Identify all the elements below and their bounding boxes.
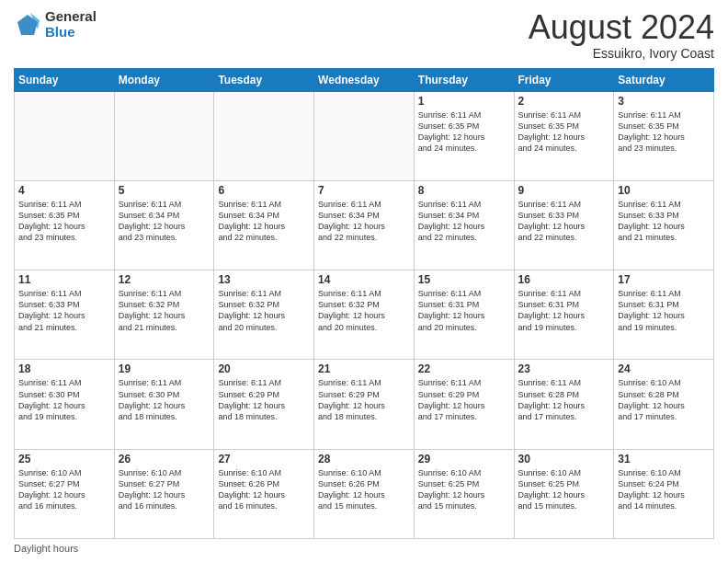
day-info: Sunrise: 6:11 AM Sunset: 6:31 PM Dayligh… — [418, 288, 510, 333]
calendar-cell: 31Sunrise: 6:10 AM Sunset: 6:24 PM Dayli… — [614, 449, 714, 538]
calendar-cell: 23Sunrise: 6:11 AM Sunset: 6:28 PM Dayli… — [514, 360, 614, 449]
calendar-cell: 14Sunrise: 6:11 AM Sunset: 6:32 PM Dayli… — [314, 270, 415, 360]
calendar-cell: 11Sunrise: 6:11 AM Sunset: 6:33 PM Dayli… — [15, 270, 115, 360]
day-info: Sunrise: 6:10 AM Sunset: 6:24 PM Dayligh… — [618, 467, 710, 512]
day-number: 7 — [318, 184, 410, 197]
day-header-friday: Friday — [514, 68, 614, 91]
calendar-cell: 24Sunrise: 6:10 AM Sunset: 6:28 PM Dayli… — [614, 360, 714, 449]
logo-general: General — [45, 9, 97, 25]
day-number: 30 — [518, 453, 610, 465]
calendar-cell: 22Sunrise: 6:11 AM Sunset: 6:29 PM Dayli… — [414, 360, 514, 449]
footer: Daylight hours — [14, 543, 714, 554]
title-block: August 2024 Essuikro, Ivory Coast — [529, 9, 714, 61]
day-number: 17 — [618, 273, 710, 286]
calendar-cell: 29Sunrise: 6:10 AM Sunset: 6:25 PM Dayli… — [414, 449, 514, 538]
logo-text: General Blue — [45, 9, 97, 40]
calendar-table: SundayMondayTuesdayWednesdayThursdayFrid… — [14, 68, 714, 539]
day-number: 4 — [18, 184, 110, 197]
calendar-cell: 25Sunrise: 6:10 AM Sunset: 6:27 PM Dayli… — [15, 449, 115, 538]
day-info: Sunrise: 6:11 AM Sunset: 6:29 PM Dayligh… — [318, 377, 410, 422]
day-number: 8 — [418, 184, 510, 197]
calendar-cell: 15Sunrise: 6:11 AM Sunset: 6:31 PM Dayli… — [414, 270, 514, 360]
calendar-cell: 20Sunrise: 6:11 AM Sunset: 6:29 PM Dayli… — [214, 360, 314, 449]
calendar-cell — [214, 91, 314, 180]
calendar-cell: 10Sunrise: 6:11 AM Sunset: 6:33 PM Dayli… — [614, 180, 714, 270]
day-number: 13 — [218, 273, 310, 286]
day-number: 21 — [318, 362, 410, 375]
day-number: 23 — [518, 362, 610, 375]
day-info: Sunrise: 6:11 AM Sunset: 6:31 PM Dayligh… — [618, 288, 710, 333]
day-info: Sunrise: 6:11 AM Sunset: 6:34 PM Dayligh… — [418, 199, 510, 244]
calendar-cell: 5Sunrise: 6:11 AM Sunset: 6:34 PM Daylig… — [114, 180, 214, 270]
day-number: 11 — [18, 273, 110, 286]
calendar-header-row: SundayMondayTuesdayWednesdayThursdayFrid… — [15, 68, 714, 91]
day-info: Sunrise: 6:11 AM Sunset: 6:30 PM Dayligh… — [18, 377, 110, 422]
day-number: 19 — [119, 362, 210, 375]
daylight-label: Daylight hours — [14, 543, 78, 554]
day-info: Sunrise: 6:10 AM Sunset: 6:26 PM Dayligh… — [218, 467, 310, 512]
day-header-saturday: Saturday — [614, 68, 714, 91]
calendar-cell: 12Sunrise: 6:11 AM Sunset: 6:32 PM Dayli… — [114, 270, 214, 360]
day-number: 24 — [618, 362, 710, 375]
calendar-cell: 16Sunrise: 6:11 AM Sunset: 6:31 PM Dayli… — [514, 270, 614, 360]
day-number: 27 — [218, 453, 310, 465]
page: General Blue August 2024 Essuikro, Ivory… — [0, 0, 728, 563]
calendar-cell: 1Sunrise: 6:11 AM Sunset: 6:35 PM Daylig… — [414, 91, 514, 180]
day-number: 18 — [18, 362, 110, 375]
calendar-cell — [15, 91, 115, 180]
day-info: Sunrise: 6:11 AM Sunset: 6:28 PM Dayligh… — [518, 377, 610, 422]
day-info: Sunrise: 6:10 AM Sunset: 6:28 PM Dayligh… — [618, 377, 710, 422]
day-header-tuesday: Tuesday — [214, 68, 314, 91]
day-number: 20 — [218, 362, 310, 375]
week-row-1: 4Sunrise: 6:11 AM Sunset: 6:35 PM Daylig… — [15, 180, 714, 270]
logo: General Blue — [14, 9, 97, 40]
day-number: 16 — [518, 273, 610, 286]
calendar-cell: 17Sunrise: 6:11 AM Sunset: 6:31 PM Dayli… — [614, 270, 714, 360]
day-number: 9 — [518, 184, 610, 197]
day-number: 25 — [18, 453, 110, 465]
day-number: 28 — [318, 453, 410, 465]
day-info: Sunrise: 6:11 AM Sunset: 6:29 PM Dayligh… — [418, 377, 510, 422]
day-info: Sunrise: 6:10 AM Sunset: 6:26 PM Dayligh… — [318, 467, 410, 512]
day-number: 10 — [618, 184, 710, 197]
day-info: Sunrise: 6:10 AM Sunset: 6:27 PM Dayligh… — [18, 467, 110, 512]
logo-icon — [14, 11, 41, 39]
day-info: Sunrise: 6:11 AM Sunset: 6:33 PM Dayligh… — [518, 199, 610, 244]
calendar-cell: 2Sunrise: 6:11 AM Sunset: 6:35 PM Daylig… — [514, 91, 614, 180]
day-header-wednesday: Wednesday — [314, 68, 415, 91]
day-number: 26 — [119, 453, 210, 465]
day-info: Sunrise: 6:11 AM Sunset: 6:29 PM Dayligh… — [218, 377, 310, 422]
calendar-cell: 28Sunrise: 6:10 AM Sunset: 6:26 PM Dayli… — [314, 449, 415, 538]
calendar-cell: 4Sunrise: 6:11 AM Sunset: 6:35 PM Daylig… — [15, 180, 115, 270]
day-number: 5 — [119, 184, 210, 197]
calendar-cell: 21Sunrise: 6:11 AM Sunset: 6:29 PM Dayli… — [314, 360, 415, 449]
day-number: 1 — [418, 95, 510, 108]
calendar-cell: 8Sunrise: 6:11 AM Sunset: 6:34 PM Daylig… — [414, 180, 514, 270]
day-info: Sunrise: 6:10 AM Sunset: 6:25 PM Dayligh… — [418, 467, 510, 512]
calendar-cell: 7Sunrise: 6:11 AM Sunset: 6:34 PM Daylig… — [314, 180, 415, 270]
day-info: Sunrise: 6:11 AM Sunset: 6:35 PM Dayligh… — [418, 109, 510, 155]
calendar-cell: 27Sunrise: 6:10 AM Sunset: 6:26 PM Dayli… — [214, 449, 314, 538]
calendar-cell: 3Sunrise: 6:11 AM Sunset: 6:35 PM Daylig… — [614, 91, 714, 180]
calendar-cell: 30Sunrise: 6:10 AM Sunset: 6:25 PM Dayli… — [514, 449, 614, 538]
calendar-cell: 19Sunrise: 6:11 AM Sunset: 6:30 PM Dayli… — [114, 360, 214, 449]
calendar-cell — [114, 91, 214, 180]
week-row-0: 1Sunrise: 6:11 AM Sunset: 6:35 PM Daylig… — [15, 91, 714, 180]
day-number: 3 — [618, 95, 710, 108]
day-number: 29 — [418, 453, 510, 465]
day-info: Sunrise: 6:10 AM Sunset: 6:25 PM Dayligh… — [518, 467, 610, 512]
calendar-cell: 18Sunrise: 6:11 AM Sunset: 6:30 PM Dayli… — [15, 360, 115, 449]
day-header-thursday: Thursday — [414, 68, 514, 91]
day-info: Sunrise: 6:11 AM Sunset: 6:31 PM Dayligh… — [518, 288, 610, 333]
calendar-cell: 26Sunrise: 6:10 AM Sunset: 6:27 PM Dayli… — [114, 449, 214, 538]
week-row-4: 25Sunrise: 6:10 AM Sunset: 6:27 PM Dayli… — [15, 449, 714, 538]
logo-blue: Blue — [45, 25, 97, 40]
day-number: 2 — [518, 95, 610, 108]
day-info: Sunrise: 6:11 AM Sunset: 6:32 PM Dayligh… — [119, 288, 210, 333]
day-header-sunday: Sunday — [15, 68, 115, 91]
day-number: 6 — [218, 184, 310, 197]
month-title: August 2024 — [529, 9, 714, 46]
week-row-3: 18Sunrise: 6:11 AM Sunset: 6:30 PM Dayli… — [15, 360, 714, 449]
day-number: 31 — [618, 453, 710, 465]
day-number: 15 — [418, 273, 510, 286]
